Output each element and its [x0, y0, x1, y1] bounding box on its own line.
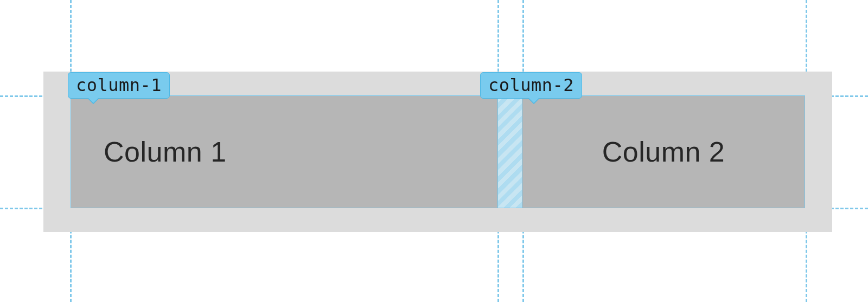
grid-line-label-column-1[interactable]: column-1	[68, 72, 170, 99]
grid-gap-hatch-icon	[498, 96, 522, 208]
grid-gap	[498, 95, 522, 208]
grid-track: column-1 Column 1 column-2 Column 2	[71, 95, 805, 208]
grid-line-label-column-2[interactable]: column-2	[480, 72, 582, 99]
grid-column-2[interactable]: column-2 Column 2	[522, 95, 805, 208]
grid-line-label-text: column-1	[76, 75, 162, 95]
column-2-content: Column 2	[602, 136, 725, 168]
grid-line-label-text: column-2	[488, 75, 574, 95]
column-1-content: Column 1	[104, 136, 227, 168]
grid-container: column-1 Column 1 column-2 Column 2	[43, 72, 832, 232]
grid-column-1[interactable]: column-1 Column 1	[71, 95, 498, 208]
